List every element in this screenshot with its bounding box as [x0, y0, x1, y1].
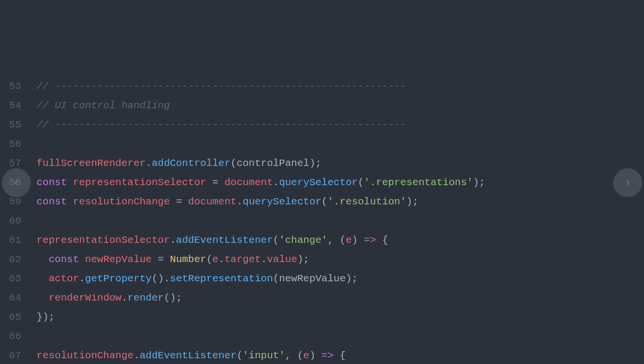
chevron-right-icon: › — [624, 173, 631, 192]
code-line[interactable] — [37, 212, 644, 231]
code-token: newRepValue — [85, 254, 152, 265]
code-token: = — [176, 196, 182, 207]
line-number: 65 — [0, 308, 21, 327]
code-token: value — [267, 254, 297, 265]
code-token — [79, 254, 85, 265]
code-token: ( — [321, 196, 328, 207]
line-number: 61 — [0, 231, 21, 250]
line-number: 67 — [0, 346, 21, 364]
code-line[interactable]: }); — [37, 308, 644, 327]
code-token: . — [261, 254, 267, 265]
code-token: . — [146, 158, 152, 169]
line-number: 62 — [0, 250, 21, 269]
code-token: { — [376, 235, 388, 246]
code-token: document — [188, 196, 237, 207]
code-token: representationSelector — [73, 177, 206, 188]
code-line[interactable]: const newRepValue = Number(e.target.valu… — [37, 250, 644, 269]
next-slide-button[interactable]: › — [613, 168, 642, 197]
code-token: '.resolution' — [328, 196, 406, 207]
code-token: ( — [273, 273, 279, 284]
code-token: ( — [206, 254, 213, 265]
code-editor[interactable]: 53545556575859606162636465666768697071 /… — [0, 77, 644, 364]
code-token: addController — [152, 158, 230, 169]
code-line[interactable]: resolutionChange.addEventListener('input… — [37, 346, 644, 364]
code-line[interactable]: // -------------------------------------… — [37, 115, 644, 135]
code-token: newRepValue — [279, 273, 346, 284]
code-token — [164, 254, 170, 265]
code-line[interactable] — [37, 327, 644, 346]
code-token: render — [127, 292, 164, 303]
code-token: . — [134, 350, 140, 361]
code-token: e — [213, 254, 219, 265]
line-number: 63 — [0, 269, 21, 289]
code-token: resolutionChange — [37, 350, 134, 361]
line-number: 54 — [0, 96, 21, 115]
code-token: . — [237, 196, 243, 207]
code-token — [67, 196, 73, 207]
code-token: ); — [297, 254, 309, 265]
code-token: ); — [309, 158, 321, 169]
code-token: // UI control handling — [37, 100, 170, 111]
code-token — [170, 196, 176, 207]
code-token: representationSelector — [37, 235, 170, 246]
code-line[interactable]: // -------------------------------------… — [37, 77, 644, 96]
code-token: setRepresentation — [170, 273, 273, 284]
code-token: renderWindow — [49, 292, 121, 303]
code-token: ) — [352, 235, 364, 246]
code-token: e — [346, 235, 352, 246]
code-line[interactable]: // UI control handling — [37, 96, 644, 115]
code-token: const — [37, 196, 67, 207]
code-token: getProperty — [85, 273, 152, 284]
line-number: 64 — [0, 289, 21, 308]
code-token: ); — [473, 177, 485, 188]
code-token: (); — [164, 292, 182, 303]
code-token: addEventListener — [176, 235, 273, 246]
code-token: . — [218, 254, 225, 265]
code-line[interactable]: const representationSelector = document.… — [37, 173, 644, 192]
code-token: => — [321, 350, 333, 361]
line-number: 60 — [0, 212, 21, 231]
code-token — [37, 292, 49, 303]
code-token: . — [273, 177, 279, 188]
code-line[interactable]: renderWindow.render(); — [37, 289, 644, 308]
code-token: { — [334, 350, 346, 361]
code-token — [182, 196, 188, 207]
code-line[interactable] — [37, 135, 644, 154]
code-line[interactable]: representationSelector.addEventListener(… — [37, 231, 644, 250]
code-token: . — [121, 292, 127, 303]
code-token: '.representations' — [364, 177, 473, 188]
code-token: document — [225, 177, 273, 188]
line-number: 66 — [0, 327, 21, 346]
code-token: . — [170, 235, 176, 246]
code-token — [152, 254, 158, 265]
code-token: target — [225, 254, 261, 265]
code-line[interactable]: actor.getProperty().setRepresentation(ne… — [37, 269, 644, 289]
code-token: const — [37, 177, 67, 188]
line-number: 53 — [0, 77, 21, 96]
line-number: 55 — [0, 115, 21, 135]
code-line[interactable]: const resolutionChange = document.queryS… — [37, 192, 644, 212]
code-token: fullScreenRenderer — [37, 158, 146, 169]
code-token: e — [303, 350, 310, 361]
code-token: querySelector — [279, 177, 358, 188]
code-token: // -------------------------------------… — [37, 119, 406, 130]
code-token: = — [158, 254, 164, 265]
code-token: resolutionChange — [73, 196, 170, 207]
code-token: ( — [237, 350, 243, 361]
code-token: ); — [346, 273, 358, 284]
code-token: ) — [309, 350, 321, 361]
code-token: 'change' — [279, 235, 328, 246]
line-number: 56 — [0, 135, 21, 154]
code-line[interactable]: fullScreenRenderer.addController(control… — [37, 154, 644, 173]
prev-slide-button[interactable]: ‹ — [2, 168, 31, 197]
chevron-left-icon: ‹ — [13, 173, 20, 192]
code-token: => — [364, 235, 376, 246]
code-token: 'input' — [243, 350, 285, 361]
code-token — [37, 254, 49, 265]
code-token: controlPanel — [237, 158, 309, 169]
code-area[interactable]: // -------------------------------------… — [28, 77, 644, 364]
code-token: ( — [358, 177, 364, 188]
code-token: , ( — [328, 235, 346, 246]
code-token: , ( — [285, 350, 303, 361]
code-token: const — [49, 254, 79, 265]
